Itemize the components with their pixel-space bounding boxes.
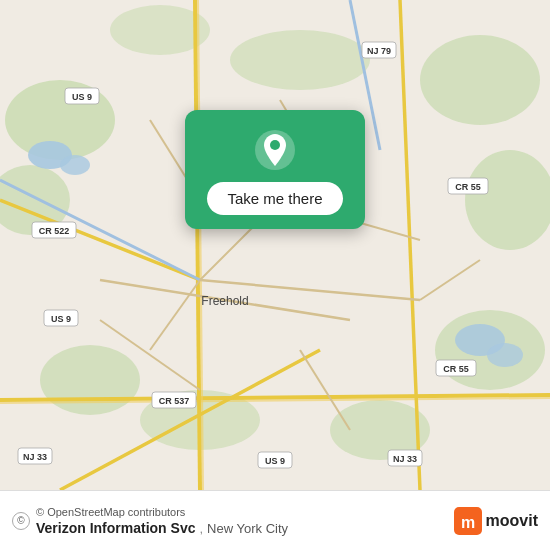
attribution-text: © OpenStreetMap contributors: [36, 506, 288, 518]
map-container: US 9 NJ 79 CR 522 CR 55 CR 55 CR 537 US …: [0, 0, 550, 490]
svg-text:US 9: US 9: [51, 314, 71, 324]
map-svg: US 9 NJ 79 CR 522 CR 55 CR 55 CR 537 US …: [0, 0, 550, 490]
osm-logo: ©: [12, 512, 30, 530]
svg-point-9: [230, 30, 370, 90]
location-pin-icon: [253, 128, 297, 172]
svg-point-12: [60, 155, 90, 175]
svg-point-56: [270, 140, 280, 150]
bottom-bar: © © OpenStreetMap contributors Verizon I…: [0, 490, 550, 550]
svg-text:CR 55: CR 55: [443, 364, 469, 374]
svg-point-3: [420, 35, 540, 125]
svg-text:US 9: US 9: [265, 456, 285, 466]
svg-point-6: [40, 345, 140, 415]
location-name: Verizon Information Svc: [36, 520, 195, 536]
svg-text:Freehold: Freehold: [201, 294, 248, 308]
svg-text:m: m: [460, 514, 474, 531]
svg-text:NJ 33: NJ 33: [393, 454, 417, 464]
location-city: New York City: [207, 521, 288, 536]
svg-text:CR 55: CR 55: [455, 182, 481, 192]
location-card: Take me there: [185, 110, 365, 229]
svg-text:NJ 79: NJ 79: [367, 46, 391, 56]
moovit-text: moovit: [486, 512, 538, 530]
svg-text:US 9: US 9: [72, 92, 92, 102]
svg-text:CR 537: CR 537: [159, 396, 190, 406]
take-me-there-button[interactable]: Take me there: [207, 182, 342, 215]
svg-text:NJ 33: NJ 33: [23, 452, 47, 462]
svg-text:CR 522: CR 522: [39, 226, 70, 236]
moovit-icon: m: [454, 507, 482, 535]
moovit-logo: m moovit: [454, 507, 538, 535]
svg-point-14: [487, 343, 523, 367]
